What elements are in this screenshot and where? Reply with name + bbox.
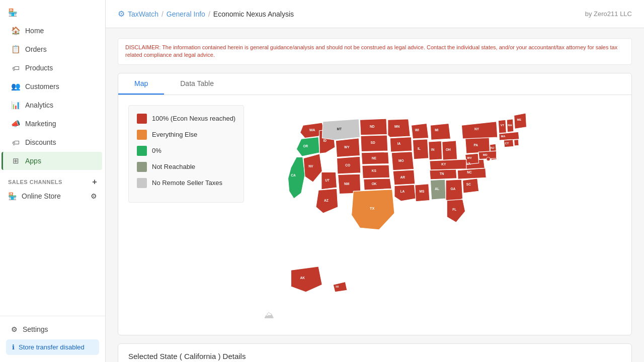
sidebar-item-discounts-label: Discounts — [25, 138, 56, 146]
taxwatch-icon: ⚙ — [118, 9, 125, 19]
label-il: IL — [418, 147, 421, 150]
state-ky[interactable] — [430, 159, 466, 170]
label-nv: NV — [308, 164, 313, 168]
main-content: ⚙ TaxWatch / General Info / Economic Nex… — [106, 0, 644, 362]
mountain-icon: ⛰ — [264, 309, 274, 321]
label-sc: SC — [466, 183, 471, 186]
discounts-icon: 🏷 — [11, 138, 20, 147]
sidebar-bottom: ⚙ Settings ℹ Store transfer disabled — [0, 316, 105, 362]
breadcrumb: ⚙ TaxWatch / General Info / Economic Nex… — [118, 9, 294, 19]
tab-map[interactable]: Map — [118, 73, 164, 95]
label-ok: OK — [372, 182, 377, 186]
tab-data-table[interactable]: Data Table — [164, 73, 230, 95]
state-in[interactable] — [429, 141, 442, 160]
state-nv[interactable] — [303, 154, 322, 182]
legend-box-no-remote — [137, 178, 147, 188]
state-la[interactable] — [394, 185, 416, 201]
us-map[interactable]: WA OR CA NV ID MT WY CO UT AZ NM ND SD N… — [262, 105, 614, 325]
label-ar: AR — [400, 175, 406, 179]
label-wy: WY — [344, 145, 350, 149]
label-ne: NE — [372, 156, 377, 160]
label-ia: IA — [397, 142, 401, 145]
state-nc[interactable] — [457, 168, 486, 179]
state-ny[interactable] — [461, 122, 497, 139]
sidebar-item-marketing[interactable]: 📣 Marketing — [3, 115, 102, 133]
home-icon: 🏠 — [11, 26, 20, 35]
byline: by Zero211 LLC — [585, 10, 632, 18]
state-mi[interactable] — [431, 123, 451, 140]
sales-channels-section: SALES CHANNELS + — [0, 170, 105, 189]
label-mt: MT — [337, 127, 342, 130]
sidebar-item-home-label: Home — [25, 27, 44, 35]
settings-item[interactable]: ⚙ Settings — [3, 321, 102, 337]
label-nm: NM — [344, 182, 350, 186]
sidebar-item-analytics[interactable]: 📊 Analytics — [3, 96, 102, 114]
sidebar: 🏪 🏠 Home 📋 Orders 🏷 Products 👥 Customers… — [0, 0, 106, 362]
breadcrumb-taxwatch[interactable]: TaxWatch — [128, 10, 158, 18]
sidebar-item-customers[interactable]: 👥 Customers — [3, 77, 102, 96]
state-ia[interactable] — [390, 137, 412, 152]
label-in: IN — [431, 148, 435, 151]
logo-icon: 🏪 — [8, 8, 18, 17]
label-ny: NY — [474, 127, 479, 130]
map-legend: 100% (Econ Nexus reached) Everything Els… — [128, 105, 244, 203]
online-store-settings-icon[interactable]: ⚙ — [91, 192, 97, 200]
label-tn: TN — [440, 171, 444, 175]
label-sd: SD — [371, 141, 375, 144]
state-wi[interactable] — [412, 123, 429, 139]
state-ri[interactable] — [514, 139, 519, 145]
analytics-icon: 📊 — [11, 101, 20, 110]
legend-label-everything-else: Everything Else — [152, 131, 197, 138]
breadcrumb-general-info[interactable]: General Info — [167, 10, 205, 18]
label-pa: PA — [474, 143, 478, 146]
sales-channels-label: SALES CHANNELS — [8, 179, 62, 185]
label-nh: NH — [508, 123, 512, 126]
legend-label-zero-percent: 0% — [152, 147, 162, 154]
breadcrumb-sep1: / — [162, 10, 164, 18]
state-il[interactable] — [413, 139, 429, 159]
sidebar-item-home[interactable]: 🏠 Home — [3, 22, 102, 40]
label-id: ID — [324, 139, 327, 142]
tab-bar: Map Data Table — [118, 73, 631, 95]
label-ms: MS — [420, 189, 425, 193]
state-or[interactable] — [296, 137, 319, 156]
marketing-icon: 📣 — [11, 119, 20, 128]
sidebar-item-discounts[interactable]: 🏷 Discounts — [3, 133, 102, 151]
label-ut: UT — [325, 178, 330, 182]
store-transfer-banner[interactable]: ℹ Store transfer disabled — [6, 339, 99, 355]
label-mo: MO — [398, 159, 404, 162]
label-va: VA — [466, 162, 471, 165]
label-ct: CT — [505, 142, 509, 145]
label-nj: NJ — [491, 146, 494, 149]
label-ks: KS — [372, 169, 377, 172]
label-tx: TX — [370, 206, 374, 211]
app-logo: 🏪 — [0, 0, 105, 21]
legend-label-no-remote: No Remote Seller Taxes — [152, 179, 222, 187]
map-area: 100% (Econ Nexus reached) Everything Els… — [118, 95, 631, 335]
legend-box-not-reachable — [137, 162, 147, 172]
legend-label-not-reachable: Not Reachable — [152, 163, 195, 170]
sidebar-nav: 🏠 Home 📋 Orders 🏷 Products 👥 Customers 📊… — [0, 21, 105, 170]
orders-icon: 📋 — [11, 45, 20, 54]
state-hi[interactable] — [333, 282, 347, 292]
state-dc[interactable] — [487, 157, 490, 160]
label-ca: CA — [291, 173, 296, 177]
sidebar-item-orders[interactable]: 📋 Orders — [3, 40, 102, 58]
sidebar-item-marketing-label: Marketing — [25, 120, 56, 128]
details-card: Selected State ( California ) Details Ec… — [118, 343, 632, 362]
label-ak: AK — [300, 276, 305, 280]
sidebar-item-online-store[interactable]: 🏪 Online Store ⚙ — [0, 189, 105, 204]
sidebar-item-analytics-label: Analytics — [25, 101, 53, 109]
state-ok[interactable] — [364, 178, 391, 190]
label-ky: KY — [441, 162, 446, 166]
sidebar-item-customers-label: Customers — [25, 82, 59, 90]
online-store-left: 🏪 Online Store — [8, 192, 61, 200]
label-az: AZ — [324, 199, 329, 202]
page-content: DISCLAIMER: The information contained he… — [106, 28, 644, 362]
state-ak[interactable] — [291, 266, 322, 292]
state-ca[interactable] — [288, 157, 305, 198]
sidebar-item-apps[interactable]: ⊞ Apps — [2, 152, 102, 170]
sidebar-item-products[interactable]: 🏷 Products — [3, 59, 102, 77]
legend-item-everything-else: Everything Else — [137, 130, 235, 140]
add-sales-channel-icon[interactable]: + — [92, 177, 97, 187]
